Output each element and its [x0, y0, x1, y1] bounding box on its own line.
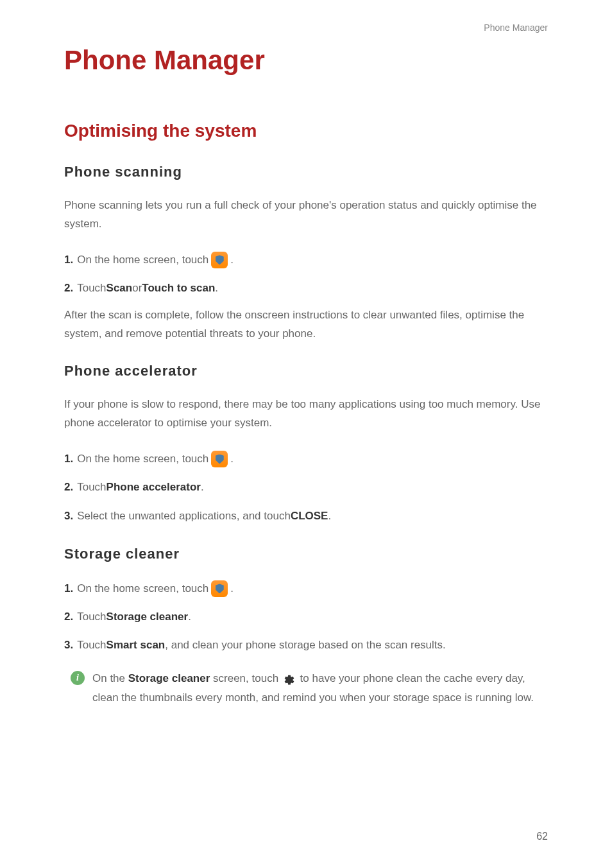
step-period: .	[230, 250, 234, 270]
step-text: .	[215, 278, 218, 299]
step-text: .	[328, 506, 331, 526]
step-text: .	[188, 607, 191, 627]
phone-manager-app-icon	[211, 252, 228, 268]
storage-cleaner-section: Storage cleaner 1. On the home screen, t…	[64, 546, 548, 708]
close-label: CLOSE	[291, 506, 328, 526]
phone-manager-app-icon	[211, 451, 228, 467]
shield-icon	[216, 584, 224, 593]
phone-accelerator-step1: 1. On the home screen, touch .	[64, 449, 548, 469]
shield-icon	[216, 455, 224, 464]
storage-cleaner-tip: i On the Storage cleaner screen, touch t…	[71, 669, 548, 708]
storage-cleaner-step1: 1. On the home screen, touch .	[64, 578, 548, 599]
phone-accelerator-intro: If your phone is slow to respond, there …	[64, 395, 548, 433]
step-text: .	[201, 477, 204, 498]
info-icon: i	[71, 671, 85, 685]
phone-accelerator-step2: 2. Touch Phone accelerator .	[64, 477, 548, 498]
step-number: 2.	[64, 607, 73, 627]
step-number: 2.	[64, 477, 73, 498]
step-text: On the home screen, touch	[77, 578, 208, 599]
tip-pre: On the	[92, 672, 128, 684]
scan-label: Scan	[106, 278, 133, 299]
phone-scanning-section: Phone scanning Phone scanning lets you r…	[64, 164, 548, 343]
step-text: Touch	[77, 278, 106, 299]
phone-scanning-intro: Phone scanning lets you run a full check…	[64, 196, 548, 234]
step-text: On the home screen, touch	[77, 250, 208, 270]
touch-to-scan-label: Touch to scan	[142, 278, 215, 299]
section-title: Optimising the system	[64, 121, 548, 141]
step-number: 1.	[64, 578, 73, 599]
storage-cleaner-title: Storage cleaner	[64, 546, 548, 562]
step-number: 3.	[64, 635, 73, 655]
page-number: 62	[536, 831, 548, 842]
step-text: or	[132, 278, 142, 299]
phone-accelerator-section: Phone accelerator If your phone is slow …	[64, 363, 548, 526]
step-number: 1.	[64, 250, 73, 270]
step-text: Touch	[77, 635, 106, 655]
phone-manager-app-icon	[211, 580, 228, 597]
smart-scan-label: Smart scan	[106, 635, 166, 655]
phone-scanning-step1: 1. On the home screen, touch .	[64, 250, 548, 270]
tip-text: On the Storage cleaner screen, touch to …	[92, 669, 548, 708]
step-number: 1.	[64, 449, 73, 469]
page-title: Phone Manager	[64, 45, 548, 76]
storage-cleaner-step2: 2. Touch Storage cleaner .	[64, 607, 548, 627]
gear-icon	[284, 673, 295, 684]
step-number: 3.	[64, 506, 73, 526]
step-number: 2.	[64, 278, 73, 299]
step-text: Touch	[77, 477, 106, 498]
storage-cleaner-label: Storage cleaner	[106, 607, 189, 627]
phone-scanning-step2: 2. Touch Scan or Touch to scan .	[64, 278, 548, 299]
step-text: , and clean your phone storage based on …	[165, 635, 446, 655]
storage-cleaner-step3: 3. Touch Smart scan , and clean your pho…	[64, 635, 548, 655]
storage-cleaner-label: Storage cleaner	[128, 672, 210, 684]
step-period: .	[230, 449, 234, 469]
shield-icon	[216, 255, 224, 265]
phone-scanning-title: Phone scanning	[64, 164, 548, 180]
step-period: .	[230, 578, 234, 599]
phone-accelerator-label: Phone accelerator	[106, 477, 201, 498]
header-breadcrumb: Phone Manager	[484, 22, 548, 33]
step-text: Touch	[77, 607, 106, 627]
step-text: On the home screen, touch	[77, 449, 208, 469]
phone-accelerator-title: Phone accelerator	[64, 363, 548, 379]
step-text: Select the unwanted applications, and to…	[77, 506, 291, 526]
phone-accelerator-step3: 3. Select the unwanted applications, and…	[64, 506, 548, 526]
tip-mid: screen, touch	[210, 672, 282, 684]
phone-scanning-outro: After the scan is complete, follow the o…	[64, 306, 548, 343]
